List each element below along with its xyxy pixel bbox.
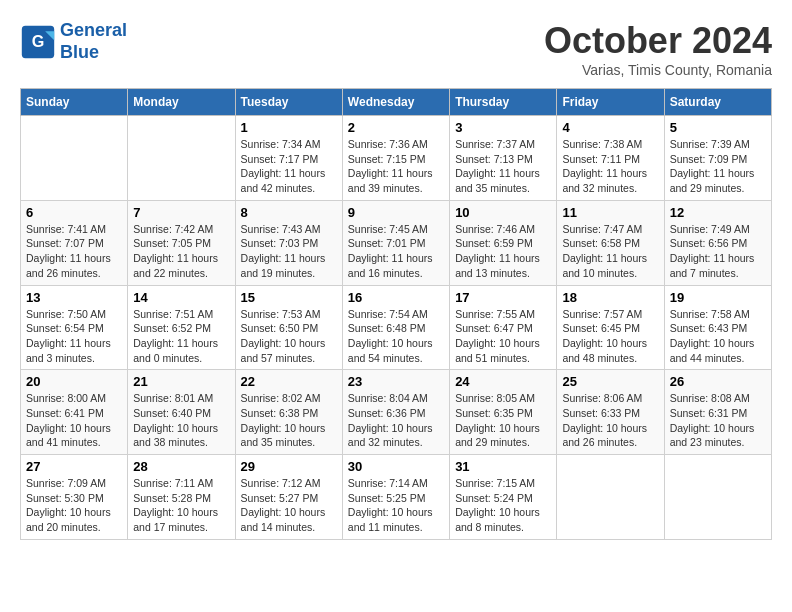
day-number: 1 (241, 120, 337, 135)
day-info: Sunrise: 8:02 AM Sunset: 6:38 PM Dayligh… (241, 391, 337, 450)
calendar-cell: 15Sunrise: 7:53 AM Sunset: 6:50 PM Dayli… (235, 285, 342, 370)
day-number: 22 (241, 374, 337, 389)
weekday-header: Saturday (664, 89, 771, 116)
day-number: 13 (26, 290, 122, 305)
day-number: 9 (348, 205, 444, 220)
calendar-cell: 20Sunrise: 8:00 AM Sunset: 6:41 PM Dayli… (21, 370, 128, 455)
calendar-cell: 24Sunrise: 8:05 AM Sunset: 6:35 PM Dayli… (450, 370, 557, 455)
day-info: Sunrise: 8:08 AM Sunset: 6:31 PM Dayligh… (670, 391, 766, 450)
day-info: Sunrise: 7:41 AM Sunset: 7:07 PM Dayligh… (26, 222, 122, 281)
weekday-header: Tuesday (235, 89, 342, 116)
day-info: Sunrise: 7:14 AM Sunset: 5:25 PM Dayligh… (348, 476, 444, 535)
weekday-header: Monday (128, 89, 235, 116)
day-info: Sunrise: 7:46 AM Sunset: 6:59 PM Dayligh… (455, 222, 551, 281)
calendar-cell: 2Sunrise: 7:36 AM Sunset: 7:15 PM Daylig… (342, 116, 449, 201)
day-number: 7 (133, 205, 229, 220)
day-number: 5 (670, 120, 766, 135)
calendar-cell: 3Sunrise: 7:37 AM Sunset: 7:13 PM Daylig… (450, 116, 557, 201)
day-info: Sunrise: 7:36 AM Sunset: 7:15 PM Dayligh… (348, 137, 444, 196)
weekday-header: Thursday (450, 89, 557, 116)
day-info: Sunrise: 7:55 AM Sunset: 6:47 PM Dayligh… (455, 307, 551, 366)
location: Varias, Timis County, Romania (544, 62, 772, 78)
calendar-week-row: 13Sunrise: 7:50 AM Sunset: 6:54 PM Dayli… (21, 285, 772, 370)
day-number: 30 (348, 459, 444, 474)
day-number: 14 (133, 290, 229, 305)
day-info: Sunrise: 7:09 AM Sunset: 5:30 PM Dayligh… (26, 476, 122, 535)
day-number: 29 (241, 459, 337, 474)
calendar-cell: 28Sunrise: 7:11 AM Sunset: 5:28 PM Dayli… (128, 455, 235, 540)
day-number: 4 (562, 120, 658, 135)
day-info: Sunrise: 7:57 AM Sunset: 6:45 PM Dayligh… (562, 307, 658, 366)
day-number: 23 (348, 374, 444, 389)
calendar-week-row: 27Sunrise: 7:09 AM Sunset: 5:30 PM Dayli… (21, 455, 772, 540)
day-number: 21 (133, 374, 229, 389)
month-title: October 2024 (544, 20, 772, 62)
calendar-cell: 7Sunrise: 7:42 AM Sunset: 7:05 PM Daylig… (128, 200, 235, 285)
day-number: 25 (562, 374, 658, 389)
svg-text:G: G (32, 32, 45, 50)
day-number: 6 (26, 205, 122, 220)
weekday-header: Wednesday (342, 89, 449, 116)
day-number: 26 (670, 374, 766, 389)
logo: G General Blue (20, 20, 127, 63)
day-number: 24 (455, 374, 551, 389)
calendar-cell: 22Sunrise: 8:02 AM Sunset: 6:38 PM Dayli… (235, 370, 342, 455)
day-number: 11 (562, 205, 658, 220)
weekday-header: Sunday (21, 89, 128, 116)
day-info: Sunrise: 7:54 AM Sunset: 6:48 PM Dayligh… (348, 307, 444, 366)
calendar-cell (21, 116, 128, 201)
calendar-week-row: 6Sunrise: 7:41 AM Sunset: 7:07 PM Daylig… (21, 200, 772, 285)
calendar-cell: 29Sunrise: 7:12 AM Sunset: 5:27 PM Dayli… (235, 455, 342, 540)
calendar-cell: 14Sunrise: 7:51 AM Sunset: 6:52 PM Dayli… (128, 285, 235, 370)
day-number: 27 (26, 459, 122, 474)
calendar-cell: 23Sunrise: 8:04 AM Sunset: 6:36 PM Dayli… (342, 370, 449, 455)
calendar-cell: 4Sunrise: 7:38 AM Sunset: 7:11 PM Daylig… (557, 116, 664, 201)
day-info: Sunrise: 7:43 AM Sunset: 7:03 PM Dayligh… (241, 222, 337, 281)
calendar-cell: 1Sunrise: 7:34 AM Sunset: 7:17 PM Daylig… (235, 116, 342, 201)
day-info: Sunrise: 7:53 AM Sunset: 6:50 PM Dayligh… (241, 307, 337, 366)
day-info: Sunrise: 7:34 AM Sunset: 7:17 PM Dayligh… (241, 137, 337, 196)
day-info: Sunrise: 7:58 AM Sunset: 6:43 PM Dayligh… (670, 307, 766, 366)
logo-icon: G (20, 24, 56, 60)
calendar-cell: 10Sunrise: 7:46 AM Sunset: 6:59 PM Dayli… (450, 200, 557, 285)
day-info: Sunrise: 7:39 AM Sunset: 7:09 PM Dayligh… (670, 137, 766, 196)
title-block: October 2024 Varias, Timis County, Roman… (544, 20, 772, 78)
calendar-cell (557, 455, 664, 540)
day-info: Sunrise: 7:12 AM Sunset: 5:27 PM Dayligh… (241, 476, 337, 535)
calendar-cell (664, 455, 771, 540)
calendar-cell: 6Sunrise: 7:41 AM Sunset: 7:07 PM Daylig… (21, 200, 128, 285)
day-number: 18 (562, 290, 658, 305)
page-header: G General Blue October 2024 Varias, Timi… (20, 20, 772, 78)
day-number: 3 (455, 120, 551, 135)
day-number: 20 (26, 374, 122, 389)
calendar-cell: 5Sunrise: 7:39 AM Sunset: 7:09 PM Daylig… (664, 116, 771, 201)
calendar-cell: 30Sunrise: 7:14 AM Sunset: 5:25 PM Dayli… (342, 455, 449, 540)
day-info: Sunrise: 7:42 AM Sunset: 7:05 PM Dayligh… (133, 222, 229, 281)
day-number: 28 (133, 459, 229, 474)
calendar-cell: 16Sunrise: 7:54 AM Sunset: 6:48 PM Dayli… (342, 285, 449, 370)
day-info: Sunrise: 7:37 AM Sunset: 7:13 PM Dayligh… (455, 137, 551, 196)
calendar-cell: 19Sunrise: 7:58 AM Sunset: 6:43 PM Dayli… (664, 285, 771, 370)
day-info: Sunrise: 8:04 AM Sunset: 6:36 PM Dayligh… (348, 391, 444, 450)
day-info: Sunrise: 7:51 AM Sunset: 6:52 PM Dayligh… (133, 307, 229, 366)
day-number: 8 (241, 205, 337, 220)
calendar-cell: 17Sunrise: 7:55 AM Sunset: 6:47 PM Dayli… (450, 285, 557, 370)
day-info: Sunrise: 7:11 AM Sunset: 5:28 PM Dayligh… (133, 476, 229, 535)
day-info: Sunrise: 7:50 AM Sunset: 6:54 PM Dayligh… (26, 307, 122, 366)
calendar-cell: 25Sunrise: 8:06 AM Sunset: 6:33 PM Dayli… (557, 370, 664, 455)
day-info: Sunrise: 7:38 AM Sunset: 7:11 PM Dayligh… (562, 137, 658, 196)
day-number: 19 (670, 290, 766, 305)
day-number: 16 (348, 290, 444, 305)
day-info: Sunrise: 7:47 AM Sunset: 6:58 PM Dayligh… (562, 222, 658, 281)
weekday-header-row: SundayMondayTuesdayWednesdayThursdayFrid… (21, 89, 772, 116)
logo-text: General Blue (60, 20, 127, 63)
calendar-table: SundayMondayTuesdayWednesdayThursdayFrid… (20, 88, 772, 540)
calendar-cell: 9Sunrise: 7:45 AM Sunset: 7:01 PM Daylig… (342, 200, 449, 285)
day-number: 12 (670, 205, 766, 220)
day-number: 17 (455, 290, 551, 305)
day-number: 2 (348, 120, 444, 135)
calendar-cell: 26Sunrise: 8:08 AM Sunset: 6:31 PM Dayli… (664, 370, 771, 455)
day-number: 10 (455, 205, 551, 220)
calendar-week-row: 1Sunrise: 7:34 AM Sunset: 7:17 PM Daylig… (21, 116, 772, 201)
calendar-cell: 8Sunrise: 7:43 AM Sunset: 7:03 PM Daylig… (235, 200, 342, 285)
